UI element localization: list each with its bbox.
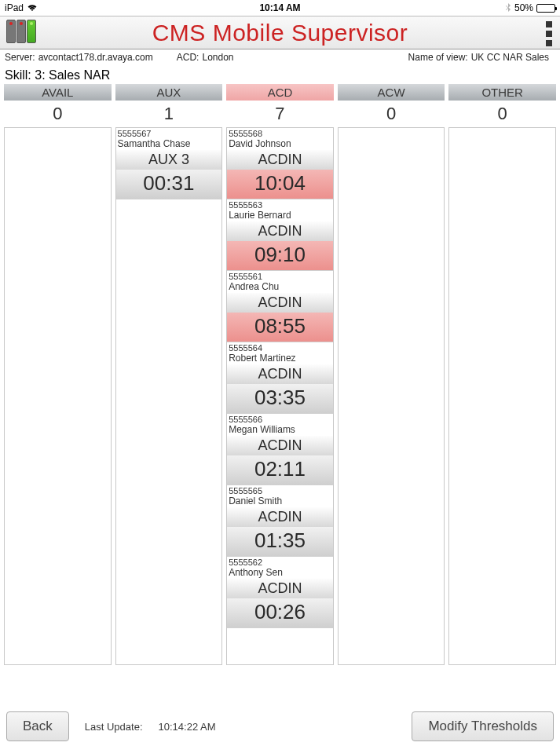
agent-name: Anthony Sen bbox=[227, 567, 333, 579]
column-header-acd[interactable]: ACD bbox=[226, 84, 334, 101]
connection-info-row: Server: avcontact178.dr.avaya.com ACD: L… bbox=[0, 49, 560, 65]
column-header-avail[interactable]: AVAIL bbox=[4, 84, 112, 101]
agent-card[interactable]: 5555561Andrea ChuACDIN08:55 bbox=[227, 271, 333, 342]
column-avail: AVAIL0 bbox=[4, 84, 112, 665]
ios-status-bar: iPad 10:14 AM 50% bbox=[0, 0, 560, 16]
app-title: CMS Mobile Supervisor bbox=[0, 20, 560, 46]
skill-value: 3: Sales NAR bbox=[35, 68, 110, 82]
view-name-label: Name of view: bbox=[408, 52, 468, 63]
menu-button[interactable] bbox=[546, 21, 552, 46]
agent-name: Andrea Chu bbox=[227, 281, 333, 293]
agent-id: 5555565 bbox=[227, 485, 333, 496]
column-header-aux[interactable]: AUX bbox=[115, 84, 223, 101]
agent-id: 5555567 bbox=[116, 128, 222, 138]
agent-state: ACDIN bbox=[227, 293, 333, 313]
agent-card[interactable]: 5555563Laurie BernardACDIN09:10 bbox=[227, 199, 333, 271]
agent-state: ACDIN bbox=[227, 579, 333, 598]
skill-label: Skill: bbox=[5, 68, 31, 82]
agent-time: 09:10 bbox=[227, 241, 333, 270]
agent-card[interactable]: 5555565Daniel SmithACDIN01:35 bbox=[227, 485, 333, 557]
column-count-other: 0 bbox=[448, 101, 556, 127]
agent-time: 00:31 bbox=[116, 170, 222, 199]
agent-id: 5555564 bbox=[227, 342, 333, 353]
acd-value: London bbox=[202, 52, 233, 63]
column-body-avail bbox=[4, 127, 112, 665]
battery-icon bbox=[536, 4, 555, 13]
view-name-value: UK CC NAR Sales bbox=[471, 52, 549, 63]
agent-name: Robert Martinez bbox=[227, 353, 333, 364]
agent-time: 01:35 bbox=[227, 527, 333, 556]
column-acw: ACW0 bbox=[338, 84, 445, 665]
column-body-acw bbox=[338, 127, 445, 665]
status-time: 10:14 AM bbox=[259, 2, 300, 13]
device-icon-2 bbox=[16, 20, 26, 43]
agent-state: AUX 3 bbox=[116, 150, 222, 170]
agent-id: 5555568 bbox=[227, 128, 333, 138]
device-icon-3 bbox=[27, 20, 36, 43]
agent-state: ACDIN bbox=[227, 436, 333, 455]
column-header-other[interactable]: OTHER bbox=[448, 84, 556, 101]
column-count-avail: 0 bbox=[4, 101, 112, 127]
back-button[interactable]: Back bbox=[6, 711, 69, 741]
agent-name: David Johnson bbox=[227, 138, 333, 150]
app-header: CMS Mobile Supervisor bbox=[0, 16, 560, 49]
column-body-aux: 5555567Samantha ChaseAUX 300:31 bbox=[115, 127, 223, 665]
column-header-acw[interactable]: ACW bbox=[338, 84, 445, 101]
agent-card[interactable]: 5555564Robert MartinezACDIN03:35 bbox=[227, 342, 333, 414]
skill-row: Skill: 3: Sales NAR bbox=[0, 65, 560, 84]
agent-card[interactable]: 5555562Anthony SenACDIN00:26 bbox=[227, 557, 333, 628]
column-other: OTHER0 bbox=[448, 84, 556, 665]
device-status-icons bbox=[6, 20, 36, 43]
agent-state-columns: AVAIL0AUX15555567Samantha ChaseAUX 300:3… bbox=[0, 84, 560, 665]
agent-id: 5555563 bbox=[227, 199, 333, 210]
wifi-icon bbox=[27, 4, 38, 12]
agent-id: 5555562 bbox=[227, 557, 333, 567]
last-update-label: Last Update: bbox=[85, 721, 143, 733]
bluetooth-icon bbox=[505, 3, 511, 13]
agent-id: 5555566 bbox=[227, 414, 333, 424]
footer-bar: Back Last Update: 10:14:22 AM Modify Thr… bbox=[0, 707, 560, 746]
battery-percentage: 50% bbox=[514, 2, 533, 13]
agent-name: Megan Williams bbox=[227, 424, 333, 436]
agent-id: 5555561 bbox=[227, 271, 333, 281]
device-icon-1 bbox=[6, 20, 16, 43]
last-update-value: 10:14:22 AM bbox=[159, 721, 216, 733]
agent-name: Daniel Smith bbox=[227, 496, 333, 507]
carrier-label: iPad bbox=[5, 2, 24, 13]
column-body-acd: 5555568David JohnsonACDIN10:045555563Lau… bbox=[226, 127, 334, 665]
agent-time: 00:26 bbox=[227, 598, 333, 627]
agent-time: 08:55 bbox=[227, 313, 333, 342]
agent-state: ACDIN bbox=[227, 364, 333, 384]
acd-label: ACD: bbox=[177, 52, 199, 63]
column-acd: ACD75555568David JohnsonACDIN10:04555556… bbox=[226, 84, 334, 665]
column-count-acd: 7 bbox=[226, 101, 334, 127]
agent-name: Laurie Bernard bbox=[227, 210, 333, 221]
column-body-other bbox=[448, 127, 556, 665]
server-value: avcontact178.dr.avaya.com bbox=[38, 52, 153, 63]
agent-time: 03:35 bbox=[227, 384, 333, 413]
column-count-aux: 1 bbox=[115, 101, 223, 127]
agent-card[interactable]: 5555566Megan WilliamsACDIN02:11 bbox=[227, 414, 333, 485]
server-label: Server: bbox=[5, 52, 35, 63]
agent-name: Samantha Chase bbox=[116, 138, 222, 150]
modify-thresholds-button[interactable]: Modify Thresholds bbox=[412, 711, 554, 741]
agent-time: 10:04 bbox=[227, 170, 333, 199]
column-aux: AUX15555567Samantha ChaseAUX 300:31 bbox=[115, 84, 223, 665]
agent-card[interactable]: 5555567Samantha ChaseAUX 300:31 bbox=[116, 128, 222, 199]
agent-state: ACDIN bbox=[227, 150, 333, 170]
agent-state: ACDIN bbox=[227, 221, 333, 241]
last-update: Last Update: 10:14:22 AM bbox=[85, 721, 216, 733]
column-count-acw: 0 bbox=[338, 101, 445, 127]
agent-state: ACDIN bbox=[227, 507, 333, 527]
agent-time: 02:11 bbox=[227, 455, 333, 485]
agent-card[interactable]: 5555568David JohnsonACDIN10:04 bbox=[227, 128, 333, 199]
